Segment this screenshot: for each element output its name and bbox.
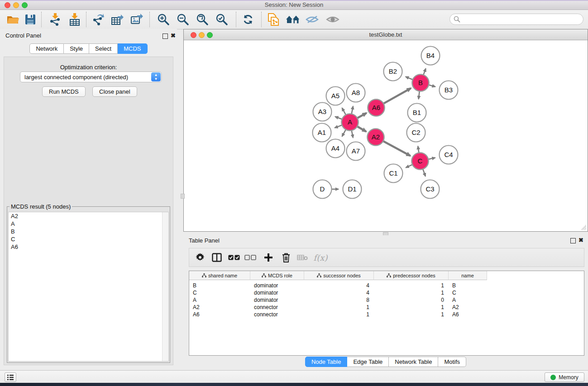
new-network-from-selection-button[interactable] bbox=[266, 12, 281, 27]
import-network-button[interactable] bbox=[48, 12, 63, 27]
result-scrollbar[interactable] bbox=[162, 212, 168, 361]
node-table[interactable]: shared nameMCDS rolesuccessor nodesprede… bbox=[189, 271, 584, 356]
cell-successor-nodes[interactable]: 8 bbox=[304, 296, 374, 304]
table-tab-node-table[interactable]: Node Table bbox=[305, 357, 348, 367]
column-header-MCDS-role[interactable]: MCDS role bbox=[250, 271, 304, 280]
graph-node-C[interactable]: C bbox=[412, 153, 429, 170]
graph-node-A3[interactable]: A3 bbox=[313, 103, 332, 121]
column-header-successor-nodes[interactable]: successor nodes bbox=[304, 271, 374, 280]
result-list-item[interactable]: B bbox=[9, 228, 168, 235]
tab-style[interactable]: Style bbox=[64, 43, 89, 54]
select-all-checkboxes-icon[interactable] bbox=[227, 251, 241, 264]
edge-A2-C[interactable] bbox=[382, 141, 411, 156]
function-builder-icon[interactable]: f(x) bbox=[311, 251, 330, 264]
graph-node-A8[interactable]: A8 bbox=[347, 84, 365, 102]
network-graph[interactable]: B4 B2 B B3 B1 A5 A8 A6 A3 A A1 A2 C2 bbox=[184, 40, 588, 231]
open-session-button[interactable] bbox=[5, 12, 21, 27]
cell-shared-name[interactable]: A bbox=[189, 296, 250, 304]
task-history-button[interactable] bbox=[5, 372, 16, 382]
result-list-item[interactable]: A6 bbox=[9, 243, 168, 251]
cell-MCDS-role[interactable]: dominator bbox=[250, 289, 304, 296]
import-table-button[interactable] bbox=[67, 12, 82, 27]
graph-node-C2[interactable]: C2 bbox=[407, 124, 425, 142]
column-header-shared-name[interactable]: shared name bbox=[189, 271, 250, 280]
close-panel-icon[interactable]: ✖ bbox=[171, 32, 176, 39]
cell-successor-nodes[interactable]: 1 bbox=[304, 311, 374, 318]
cell-MCDS-role[interactable]: dominator bbox=[250, 296, 304, 304]
graph-node-D[interactable]: D bbox=[313, 180, 332, 199]
vertical-splitter-handle[interactable] bbox=[181, 194, 185, 199]
table-tab-edge-table[interactable]: Edge Table bbox=[347, 357, 389, 367]
cell-MCDS-role[interactable]: connector bbox=[250, 311, 304, 318]
cell-shared-name[interactable]: C bbox=[189, 289, 250, 296]
cell-name[interactable]: B bbox=[449, 282, 487, 289]
delete-table-icon[interactable] bbox=[295, 251, 310, 264]
cell-MCDS-role[interactable]: dominator bbox=[250, 282, 304, 289]
cell-predecessor-nodes[interactable]: 1 bbox=[374, 304, 449, 311]
zoom-selected-button[interactable] bbox=[214, 12, 229, 27]
search-input[interactable] bbox=[449, 14, 583, 25]
cell-successor-nodes[interactable]: 1 bbox=[304, 304, 374, 311]
graph-node-A6[interactable]: A6 bbox=[368, 100, 385, 116]
edge-A-A2[interactable] bbox=[356, 126, 366, 131]
delete-column-icon[interactable] bbox=[279, 251, 293, 264]
graph-node-A2[interactable]: A2 bbox=[368, 129, 384, 146]
graph-node-A1[interactable]: A1 bbox=[313, 124, 331, 142]
edge-A-A6[interactable] bbox=[356, 113, 366, 119]
memory-button[interactable]: Memory bbox=[545, 372, 584, 382]
edge-A6-B[interactable] bbox=[382, 88, 411, 104]
save-session-button[interactable] bbox=[23, 12, 38, 27]
zoom-out-button[interactable] bbox=[175, 12, 191, 27]
result-list-item[interactable]: C bbox=[9, 235, 168, 243]
criterion-dropdown[interactable]: largest connected component (directed) ▲… bbox=[20, 71, 162, 82]
graph-node-C3[interactable]: C3 bbox=[421, 180, 440, 199]
export-table-button[interactable] bbox=[110, 12, 125, 27]
column-header-name[interactable]: name bbox=[449, 271, 487, 280]
table-close-panel-icon[interactable]: ✖ bbox=[578, 237, 583, 243]
close-panel-button[interactable]: Close panel bbox=[92, 86, 137, 97]
cell-name[interactable]: A2 bbox=[449, 304, 487, 311]
graph-node-A7[interactable]: A7 bbox=[347, 142, 365, 161]
cell-name[interactable]: A6 bbox=[449, 311, 487, 318]
export-image-button[interactable] bbox=[129, 12, 144, 27]
cell-MCDS-role[interactable]: connector bbox=[250, 304, 304, 311]
graph-node-B1[interactable]: B1 bbox=[408, 104, 426, 122]
column-header-predecessor-nodes[interactable]: predecessor nodes bbox=[374, 271, 449, 280]
deselect-all-checkboxes-icon[interactable] bbox=[243, 251, 258, 264]
export-network-button[interactable] bbox=[91, 12, 106, 27]
zoom-in-button[interactable] bbox=[156, 12, 171, 27]
mcds-result-list[interactable]: A2ABCA6 bbox=[8, 212, 169, 362]
cell-predecessor-nodes[interactable]: 0 bbox=[374, 296, 449, 304]
add-column-icon[interactable] bbox=[261, 251, 276, 264]
cell-shared-name[interactable]: A2 bbox=[189, 304, 250, 311]
resize-grip-icon[interactable] bbox=[581, 225, 587, 230]
tab-network[interactable]: Network bbox=[29, 43, 64, 54]
table-tab-network-table[interactable]: Network Table bbox=[389, 357, 438, 367]
cell-shared-name[interactable]: A6 bbox=[189, 311, 250, 318]
result-list-item[interactable]: A bbox=[9, 220, 168, 228]
graph-node-C1[interactable]: C1 bbox=[384, 164, 403, 183]
table-float-panel-icon[interactable] bbox=[570, 238, 576, 243]
show-all-button[interactable] bbox=[325, 12, 340, 27]
cell-successor-nodes[interactable]: 4 bbox=[304, 282, 374, 289]
hide-selected-button[interactable] bbox=[305, 12, 320, 27]
graph-node-B3[interactable]: B3 bbox=[440, 81, 458, 100]
cell-name[interactable]: A bbox=[449, 296, 487, 304]
table-tab-motifs[interactable]: Motifs bbox=[438, 357, 466, 367]
graph-node-D1[interactable]: D1 bbox=[343, 180, 362, 199]
result-list-item[interactable]: A2 bbox=[9, 212, 168, 220]
cell-successor-nodes[interactable]: 4 bbox=[304, 289, 374, 296]
toggle-column-icon[interactable] bbox=[210, 251, 224, 264]
run-mcds-button[interactable]: Run MCDS bbox=[42, 86, 86, 97]
cell-predecessor-nodes[interactable]: 1 bbox=[374, 282, 449, 289]
cell-shared-name[interactable]: B bbox=[189, 282, 250, 289]
zoom-fit-button[interactable] bbox=[195, 12, 210, 27]
cell-name[interactable]: C bbox=[449, 289, 487, 296]
tab-select[interactable]: Select bbox=[89, 43, 118, 54]
graph-node-A[interactable]: A bbox=[342, 114, 359, 131]
first-neighbors-button[interactable] bbox=[285, 12, 301, 27]
graph-node-C4[interactable]: C4 bbox=[440, 146, 458, 164]
graph-node-B4[interactable]: B4 bbox=[421, 47, 440, 65]
float-panel-icon[interactable] bbox=[163, 33, 168, 39]
cell-predecessor-nodes[interactable]: 1 bbox=[374, 289, 449, 296]
